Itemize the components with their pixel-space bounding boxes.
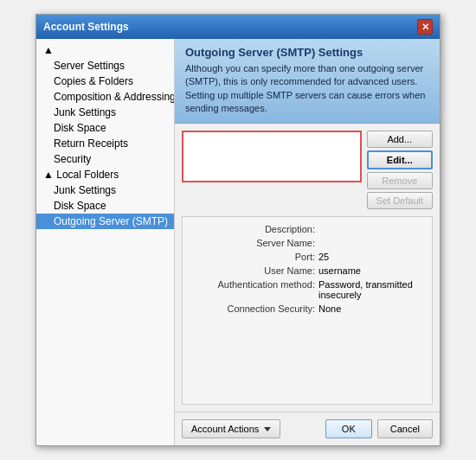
detail-value-username: username — [318, 265, 361, 276]
sidebar-expander-local-folders[interactable]: ▲ Local Folders — [36, 167, 174, 182]
sidebar-expander-1[interactable]: ▲ — [36, 42, 174, 58]
account-actions-label: Account Actions — [191, 424, 259, 434]
detail-row-description: Description: — [193, 224, 421, 234]
close-button[interactable]: ✕ — [417, 19, 433, 35]
content-footer: Account Actions OK Cancel — [175, 412, 440, 445]
account-settings-window: Account Settings ✕ ▲ Server Settings Cop… — [35, 14, 441, 446]
server-list-area: Add... Edit... Remove Set Default — [182, 131, 433, 209]
add-button[interactable]: Add... — [367, 131, 433, 148]
ok-button[interactable]: OK — [325, 419, 372, 438]
edit-button[interactable]: Edit... — [367, 150, 433, 169]
account-actions-button[interactable]: Account Actions — [182, 419, 280, 438]
detail-value-connection-security: None — [318, 303, 341, 314]
detail-label-server-name: Server Name: — [193, 238, 318, 248]
detail-label-username: User Name: — [193, 265, 318, 276]
detail-row-server-name: Server Name: — [193, 238, 421, 248]
cancel-button[interactable]: Cancel — [377, 419, 433, 438]
server-buttons: Add... Edit... Remove Set Default — [367, 131, 433, 209]
detail-row-connection-security: Connection Security: None — [193, 303, 421, 314]
sidebar-item-local-disk-space[interactable]: Disk Space — [36, 198, 174, 214]
detail-row-port: Port: 25 — [193, 252, 421, 262]
server-listbox[interactable] — [182, 131, 362, 182]
dropdown-icon — [264, 427, 271, 431]
detail-label-port: Port: — [193, 252, 318, 262]
window-body: ▲ Server Settings Copies & Folders Compo… — [36, 39, 440, 445]
sidebar-item-local-junk-settings[interactable]: Junk Settings — [36, 182, 174, 198]
sidebar-item-outgoing-server[interactable]: Outgoing Server (SMTP) — [36, 214, 174, 229]
server-details: Description: Server Name: Port: 25 User … — [182, 216, 433, 405]
sidebar: ▲ Server Settings Copies & Folders Compo… — [36, 39, 175, 445]
detail-row-username: User Name: username — [193, 265, 421, 276]
sidebar-item-security[interactable]: Security — [36, 151, 174, 167]
sidebar-item-junk-settings[interactable]: Junk Settings — [36, 105, 174, 120]
content-description: Although you can specify more than one o… — [185, 62, 429, 116]
title-bar: Account Settings ✕ — [36, 15, 440, 39]
detail-value-port: 25 — [318, 252, 329, 262]
content-title: Outgoing Server (SMTP) Settings — [185, 46, 429, 59]
sidebar-item-copies-folders[interactable]: Copies & Folders — [36, 73, 174, 89]
footer-right: OK Cancel — [325, 419, 433, 438]
content-header: Outgoing Server (SMTP) Settings Although… — [175, 39, 440, 124]
window-title: Account Settings — [43, 21, 129, 33]
detail-value-auth-method: Password, transmitted insecurely — [318, 279, 421, 300]
remove-button[interactable]: Remove — [367, 172, 433, 189]
sidebar-item-return-receipts[interactable]: Return Receipts — [36, 136, 174, 151]
detail-label-auth-method: Authentication method: — [193, 279, 318, 300]
content-area: Outgoing Server (SMTP) Settings Although… — [175, 39, 440, 445]
sidebar-item-composition-addressing[interactable]: Composition & Addressing — [36, 89, 174, 105]
sidebar-item-server-settings[interactable]: Server Settings — [36, 58, 174, 73]
sidebar-item-disk-space[interactable]: Disk Space — [36, 120, 174, 136]
detail-label-connection-security: Connection Security: — [193, 303, 318, 314]
title-bar-left: Account Settings — [43, 21, 129, 33]
detail-label-description: Description: — [193, 224, 318, 234]
detail-row-auth-method: Authentication method: Password, transmi… — [193, 279, 421, 300]
content-main: Add... Edit... Remove Set Default Descri… — [175, 124, 440, 412]
set-default-button[interactable]: Set Default — [367, 192, 433, 209]
